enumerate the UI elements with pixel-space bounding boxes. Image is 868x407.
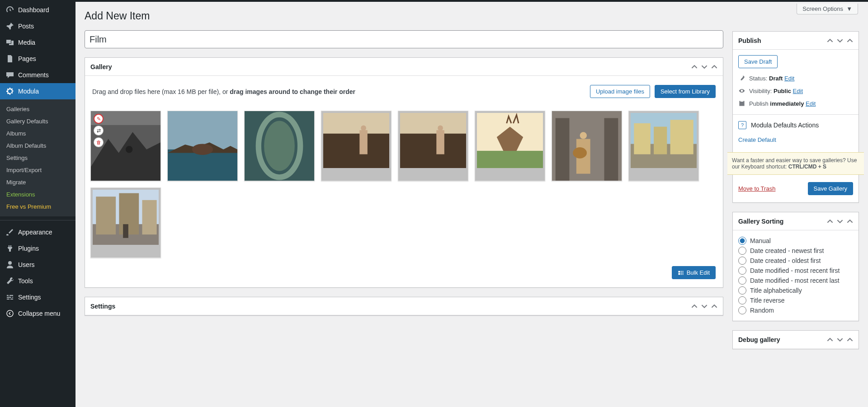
move-up-icon[interactable] <box>827 37 833 44</box>
sidebar-item-plugins[interactable]: Plugins <box>0 240 75 257</box>
move-down-icon[interactable] <box>837 337 843 343</box>
svg-rect-29 <box>477 151 543 168</box>
sidebar-item-label: Dashboard <box>18 6 49 14</box>
move-down-icon[interactable] <box>837 218 843 225</box>
sort-label: Random <box>750 307 774 314</box>
edit-date-link[interactable]: Edit <box>806 100 816 107</box>
edit-image-icon[interactable]: ✎ <box>94 114 104 124</box>
gallery-image-8[interactable] <box>628 111 699 181</box>
gallery-image-6[interactable] <box>475 111 545 181</box>
shuffle-image-icon[interactable]: ⇄ <box>94 126 104 136</box>
sidebar-item-collapse-menu[interactable]: Collapse menu <box>0 305 75 322</box>
sidebar-item-pages[interactable]: Pages <box>0 51 75 67</box>
sort-option[interactable]: Date modified - most recent first <box>738 266 853 276</box>
sidebar-subitem-albums[interactable]: Albums <box>0 127 75 140</box>
sidebar-item-label: Comments <box>18 71 49 79</box>
title-input[interactable] <box>85 30 723 48</box>
toggle-icon[interactable] <box>847 218 853 225</box>
move-down-icon[interactable] <box>701 64 708 70</box>
delete-image-icon[interactable]: 🗑 <box>94 137 104 147</box>
status-row: Status: Draft Edit <box>738 72 853 84</box>
sort-radio[interactable] <box>738 257 746 265</box>
sort-label: Date modified - most recent first <box>750 267 840 274</box>
sort-option[interactable]: Manual <box>738 236 853 246</box>
toggle-icon[interactable] <box>847 37 853 44</box>
sort-radio[interactable] <box>738 237 746 245</box>
move-up-icon[interactable] <box>691 303 698 309</box>
save-gallery-button[interactable]: Save Gallery <box>808 182 853 195</box>
sort-radio[interactable] <box>738 306 746 314</box>
move-down-icon[interactable] <box>701 303 708 309</box>
sidebar-item-dashboard[interactable]: Dashboard <box>0 2 75 18</box>
toggle-icon[interactable] <box>847 337 853 343</box>
gallery-thumbnails: ✎ ⇄ 🗑 <box>90 109 717 263</box>
sort-radio[interactable] <box>738 276 746 285</box>
sidebar-subitem-album-defaults[interactable]: Album Defaults <box>0 140 75 152</box>
toggle-icon[interactable] <box>711 303 717 309</box>
svg-rect-14 <box>168 111 237 150</box>
screen-options-button[interactable]: Screen Options ▼ <box>797 4 858 14</box>
sort-radio[interactable] <box>738 286 746 295</box>
gallery-image-5[interactable] <box>398 111 468 181</box>
sort-option[interactable]: Date created - newest first <box>738 246 853 256</box>
sorting-options: ManualDate created - newest firstDate cr… <box>738 236 853 315</box>
shortcut-tip: Want a faster and easier way to save gal… <box>727 152 864 175</box>
gallery-image-4[interactable] <box>321 111 392 181</box>
upload-image-files-button[interactable]: Upload image files <box>590 85 650 98</box>
sort-option[interactable]: Title alphabetically <box>738 285 853 295</box>
settings-heading: Settings <box>90 303 115 310</box>
sidebar-subitem-extensions[interactable]: Extensions <box>0 188 75 201</box>
sidebar-item-modula[interactable]: Modula <box>0 83 75 99</box>
sidebar-item-appearance[interactable]: Appearance <box>0 224 75 240</box>
move-to-trash-link[interactable]: Move to Trash <box>738 185 775 192</box>
sidebar-item-users[interactable]: Users <box>0 257 75 273</box>
defaults-actions-row: ? Modula Defaults Actions <box>738 119 853 133</box>
sidebar-item-media[interactable]: Media <box>0 34 75 51</box>
edit-status-link[interactable]: Edit <box>784 75 794 82</box>
publish-date-row: Publish immediately Edit <box>738 97 853 110</box>
sidebar-subitem-import-export[interactable]: Import/Export <box>0 164 75 176</box>
svg-point-19 <box>264 121 295 171</box>
select-from-library-button[interactable]: Select from Library <box>655 85 716 98</box>
create-default-link[interactable]: Create Default <box>738 133 776 147</box>
svg-rect-46 <box>123 224 128 238</box>
gallery-image-9[interactable] <box>90 187 161 258</box>
sort-option[interactable]: Date modified - most recent last <box>738 276 853 285</box>
edit-visibility-link[interactable]: Edit <box>793 88 803 94</box>
publish-heading: Publish <box>738 37 761 44</box>
sidebar-subitem-free-vs-premium[interactable]: Free vs Premium <box>0 201 75 213</box>
sort-label: Date created - oldest first <box>750 257 821 264</box>
sort-radio[interactable] <box>738 267 746 275</box>
gallery-metabox: Gallery Drag and drop files here (max 16… <box>85 57 723 288</box>
sidebar-item-settings[interactable]: Settings <box>0 289 75 305</box>
sort-radio[interactable] <box>738 296 746 304</box>
help-icon[interactable]: ? <box>738 121 746 129</box>
move-up-icon[interactable] <box>827 337 833 343</box>
sort-option[interactable]: Random <box>738 305 853 315</box>
svg-rect-40 <box>670 120 693 154</box>
gallery-image-7[interactable] <box>552 111 622 181</box>
save-draft-button[interactable]: Save Draft <box>738 55 778 68</box>
sort-option[interactable]: Date created - oldest first <box>738 256 853 266</box>
move-up-icon[interactable] <box>691 64 698 70</box>
gallery-heading: Gallery <box>90 63 112 70</box>
sidebar-subitem-migrate[interactable]: Migrate <box>0 176 75 188</box>
gallery-image-1[interactable]: ✎ ⇄ 🗑 <box>90 111 161 181</box>
sidebar-subitem-gallery-defaults[interactable]: Gallery Defaults <box>0 115 75 127</box>
sort-option[interactable]: Title reverse <box>738 295 853 305</box>
sidebar-item-comments[interactable]: Comments <box>0 67 75 83</box>
sidebar-subitem-galleries[interactable]: Galleries <box>0 103 75 115</box>
sidebar-item-posts[interactable]: Posts <box>0 18 75 34</box>
move-up-icon[interactable] <box>827 218 833 225</box>
sidebar-item-tools[interactable]: Tools <box>0 273 75 289</box>
sidebar-subitem-settings[interactable]: Settings <box>0 152 75 164</box>
sort-radio[interactable] <box>738 247 746 255</box>
gallery-image-3[interactable] <box>244 111 315 181</box>
toggle-icon[interactable] <box>711 64 717 70</box>
sidebar-item-label: Media <box>18 39 35 46</box>
calendar-icon <box>738 100 745 107</box>
gallery-image-2[interactable] <box>167 111 238 181</box>
sort-label: Date created - newest first <box>750 247 824 254</box>
bulk-edit-button[interactable]: Bulk Edit <box>672 266 716 279</box>
move-down-icon[interactable] <box>837 37 843 44</box>
